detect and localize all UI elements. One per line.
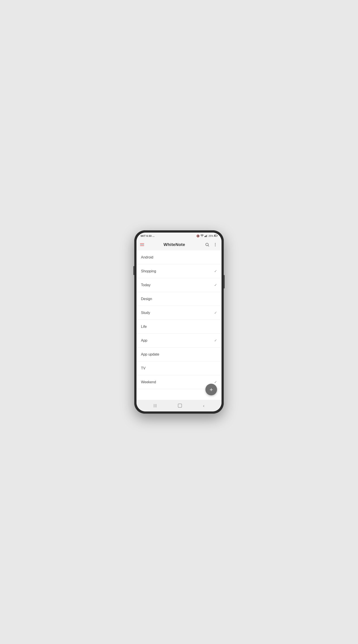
app-bar: WhiteNote <box>137 239 221 250</box>
carrier-time: SKT 6:33 ... <box>141 234 155 237</box>
item-label: Today <box>141 283 151 287</box>
svg-rect-0 <box>204 236 205 237</box>
checkmark-icon: ✓ <box>214 338 217 342</box>
add-note-button[interactable]: + <box>205 384 217 395</box>
volume-button <box>133 266 134 275</box>
hamburger-line-2 <box>140 244 144 245</box>
back-button[interactable]: ‹ <box>199 402 208 410</box>
checkmark-icon: ✓ <box>214 283 217 287</box>
list-item[interactable]: Design <box>137 292 221 306</box>
checkmark-icon: ✓ <box>214 310 217 315</box>
battery-icon <box>214 234 217 237</box>
item-label: Android <box>141 255 153 260</box>
item-label: TV <box>141 366 145 370</box>
list-item[interactable]: Study ✓ <box>137 306 221 320</box>
svg-point-9 <box>215 243 215 244</box>
hamburger-menu-button[interactable] <box>140 243 144 246</box>
recent-apps-button[interactable]: ||| <box>150 402 160 410</box>
hamburger-line-1 <box>140 243 144 244</box>
notes-list: Android Shopping ✓ Today ✓ Design Study … <box>137 250 221 400</box>
phone-frame: SKT 6:33 ... 🔇 <box>134 230 224 414</box>
list-item[interactable]: TV <box>137 361 221 375</box>
search-button[interactable] <box>204 242 210 247</box>
svg-line-8 <box>208 246 209 246</box>
svg-rect-2 <box>206 235 207 237</box>
plus-icon: + <box>209 386 213 392</box>
bottom-navigation: ||| ‹ <box>137 400 221 412</box>
svg-rect-1 <box>205 236 206 237</box>
list-item[interactable]: Life <box>137 320 221 334</box>
svg-rect-6 <box>215 235 215 236</box>
more-options-button[interactable] <box>213 242 218 247</box>
svg-point-10 <box>215 244 215 245</box>
power-button <box>224 275 225 288</box>
hamburger-line-3 <box>140 246 144 246</box>
item-label: Life <box>141 325 147 329</box>
item-label: Study <box>141 311 150 315</box>
svg-rect-3 <box>207 234 207 237</box>
checkmark-icon: ✓ <box>214 380 217 384</box>
item-label: Design <box>141 297 152 301</box>
status-bar: SKT 6:33 ... 🔇 <box>137 232 221 239</box>
item-label: Shopping <box>141 269 156 273</box>
mute-icon: 🔇 <box>196 234 200 238</box>
checkmark-icon: ✓ <box>214 269 217 273</box>
list-item[interactable]: Android <box>137 250 221 264</box>
list-item[interactable]: App ✓ <box>137 334 221 348</box>
wifi-icon <box>200 234 204 238</box>
item-label: Weekend <box>141 380 156 384</box>
back-icon: ‹ <box>203 403 204 408</box>
list-item[interactable]: Shopping ✓ <box>137 264 221 278</box>
list-item[interactable]: Today ✓ <box>137 278 221 292</box>
app-title: WhiteNote <box>164 242 185 247</box>
list-item[interactable]: App update <box>137 348 221 361</box>
status-icons: 🔇 25% <box>196 234 217 238</box>
item-label: App update <box>141 352 159 356</box>
svg-point-11 <box>215 246 215 246</box>
battery-text: 25% <box>209 234 213 237</box>
signal-icon <box>204 234 208 238</box>
svg-rect-12 <box>178 404 182 408</box>
home-icon <box>177 403 182 408</box>
item-label: App <box>141 338 147 342</box>
app-bar-actions <box>204 242 218 247</box>
phone-screen: SKT 6:33 ... 🔇 <box>137 232 221 412</box>
recent-apps-icon: ||| <box>154 404 157 408</box>
svg-rect-5 <box>217 235 217 236</box>
home-button[interactable] <box>174 402 186 410</box>
